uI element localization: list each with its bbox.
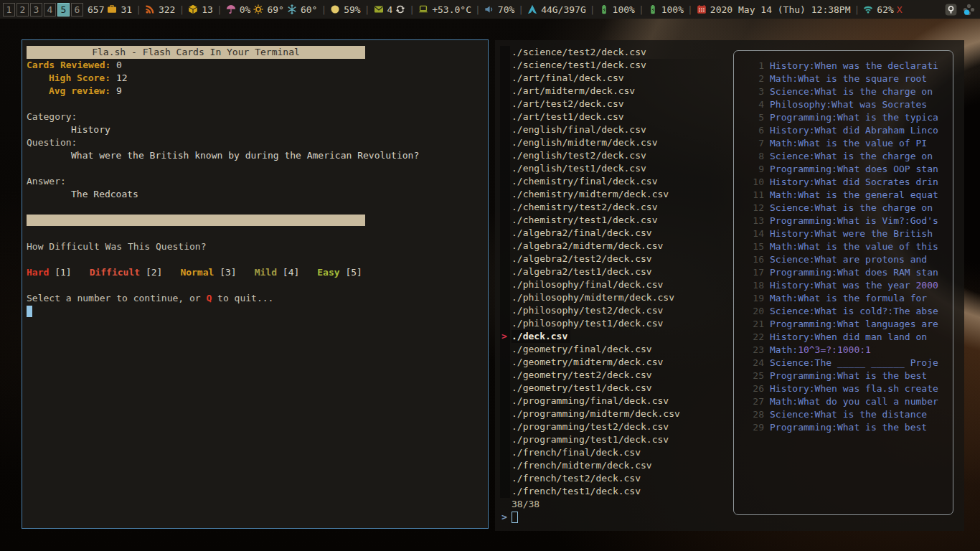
workspace-button[interactable]: 1 bbox=[3, 3, 15, 17]
file-row[interactable]: ./french/final/deck.csv bbox=[500, 446, 680, 459]
fzf-prompt[interactable]: > bbox=[500, 511, 518, 524]
file-row[interactable]: ./algebra2/final/deck.csv bbox=[500, 227, 680, 240]
file-row[interactable]: ./english/test2/deck.csv bbox=[500, 149, 680, 162]
file-row[interactable]: ./geometry/midterm/deck.csv bbox=[500, 356, 680, 369]
file-row[interactable]: ./programming/final/deck.csv bbox=[500, 395, 680, 408]
file-row[interactable]: ./geometry/test2/deck.csv bbox=[500, 369, 680, 382]
preview-line-number: 13 bbox=[738, 215, 764, 227]
file-row[interactable]: ./french/test2/deck.csv bbox=[500, 472, 680, 485]
difficulty-option[interactable]: Hard [1] bbox=[27, 266, 72, 279]
file-row[interactable]: ./art/test1/deck.csv bbox=[500, 110, 680, 123]
file-row[interactable]: ./programming/test1/deck.csv bbox=[500, 433, 680, 446]
preview-line: 26History:When was fla.sh create bbox=[738, 382, 953, 395]
workspace-switcher: 123456 bbox=[3, 3, 83, 17]
flashcard-terminal-window[interactable]: Fla.sh - Flash Cards In Your Terminal Ca… bbox=[22, 39, 489, 529]
file-row[interactable]: ./philosophy/test1/deck.csv bbox=[500, 317, 680, 330]
fzf-terminal-window[interactable]: ./science/test2/deck.csv./science/test1/… bbox=[495, 40, 964, 531]
file-row[interactable]: ./algebra2/test2/deck.csv bbox=[500, 253, 680, 265]
file-path: ./algebra2/midterm/deck.csv bbox=[512, 240, 663, 253]
difficulty-option[interactable]: Mild [4] bbox=[255, 266, 300, 279]
file-path: ./geometry/test2/deck.csv bbox=[512, 369, 652, 382]
file-row[interactable]: ./english/test1/deck.csv bbox=[500, 162, 680, 175]
preview-line-number: 26 bbox=[738, 382, 764, 395]
file-row[interactable]: ./art/midterm/deck.csv bbox=[500, 85, 680, 98]
preview-line: 21Programming:What languages are bbox=[738, 318, 953, 331]
file-row[interactable]: ./science/test2/deck.csv bbox=[500, 46, 680, 59]
file-row[interactable]: ./philosophy/midterm/deck.csv bbox=[500, 291, 680, 304]
workspace-button[interactable]: 4 bbox=[44, 3, 56, 17]
preview-line-number: 14 bbox=[738, 227, 764, 240]
stat-value: 9 bbox=[110, 85, 122, 96]
file-row[interactable]: ./french/test1/deck.csv bbox=[500, 485, 680, 498]
status-module: | bbox=[408, 4, 415, 15]
file-row[interactable]: ./french/midterm/deck.csv bbox=[500, 459, 680, 472]
file-row[interactable]: ./chemistry/final/deck.csv bbox=[500, 175, 680, 188]
file-path: ./deck.csv bbox=[512, 330, 570, 343]
status-modules: 657 31 | 322 | 13 | 0% 69° 60° bbox=[88, 4, 943, 15]
file-row[interactable]: ./philosophy/final/deck.csv bbox=[500, 278, 680, 291]
file-row[interactable]: ./science/test1/deck.csv bbox=[500, 59, 680, 72]
file-row[interactable]: ./art/test2/deck.csv bbox=[500, 98, 680, 110]
file-row[interactable]: ./programming/test2/deck.csv bbox=[500, 420, 680, 433]
status-module: | bbox=[589, 4, 596, 15]
pointer-icon bbox=[500, 201, 512, 214]
workspace-button[interactable]: 5 bbox=[57, 3, 70, 17]
preview-line: 16Science:What are protons and bbox=[738, 253, 953, 266]
workspace-button[interactable]: 3 bbox=[30, 3, 42, 17]
file-row[interactable]: ./geometry/final/deck.csv bbox=[500, 343, 680, 356]
file-row[interactable]: ./algebra2/test1/deck.csv bbox=[500, 265, 680, 278]
file-row[interactable]: ./algebra2/midterm/deck.csv bbox=[500, 240, 680, 253]
file-row[interactable]: ./programming/midterm/deck.csv bbox=[500, 408, 680, 420]
file-row[interactable]: ./english/midterm/deck.csv bbox=[500, 136, 680, 149]
progress-bar bbox=[27, 215, 365, 226]
difficulty-option-label: Normal bbox=[180, 267, 214, 278]
workspace-button[interactable]: 6 bbox=[71, 3, 83, 17]
flashcard-title-banner: Fla.sh - Flash Cards In Your Terminal bbox=[27, 46, 365, 59]
module-text: 44G/397G bbox=[541, 4, 586, 15]
preview-line: 8Science:What is the charge on bbox=[738, 150, 953, 163]
pointer-icon bbox=[500, 304, 512, 317]
arch-icon bbox=[527, 4, 537, 14]
file-row[interactable]: ./chemistry/test2/deck.csv bbox=[500, 201, 680, 214]
preview-line-text: Math:What is the value of this bbox=[770, 240, 938, 253]
keyhole-tray-icon[interactable] bbox=[943, 2, 958, 17]
spinner-tray-icon[interactable] bbox=[961, 2, 976, 17]
category-label: Category: bbox=[27, 110, 488, 123]
pointer-icon bbox=[500, 188, 512, 201]
preview-line: 11Math:What is the general equat bbox=[738, 189, 953, 202]
file-row[interactable]: ./art/final/deck.csv bbox=[500, 72, 680, 85]
preview-line-text: History:What were the British bbox=[770, 227, 933, 240]
file-row[interactable]: >./deck.csv bbox=[500, 330, 680, 343]
preview-line: 17Programming:What does RAM stan bbox=[738, 266, 953, 279]
status-module: 100% bbox=[599, 4, 635, 15]
file-path: ./english/final/deck.csv bbox=[512, 123, 646, 136]
module-text: | bbox=[408, 4, 415, 15]
file-row[interactable]: ./chemistry/test1/deck.csv bbox=[500, 214, 680, 227]
battery-icon bbox=[599, 4, 609, 14]
pointer-icon bbox=[500, 214, 512, 227]
file-path: ./french/final/deck.csv bbox=[512, 446, 641, 459]
preview-line-text: Programming:What is Vim?:God's bbox=[770, 215, 938, 227]
workspace-button[interactable]: 2 bbox=[17, 3, 29, 17]
briefcase-icon bbox=[107, 4, 117, 14]
difficulty-option-label: Difficult bbox=[90, 267, 140, 278]
file-path: ./geometry/final/deck.csv bbox=[512, 343, 652, 356]
difficulty-option[interactable]: Difficult [2] bbox=[90, 266, 163, 279]
file-row[interactable]: ./geometry/test1/deck.csv bbox=[500, 382, 680, 395]
preview-line: 23Math:10^3=?:1000:1 bbox=[738, 344, 953, 357]
file-row[interactable]: ./chemistry/midterm/deck.csv bbox=[500, 188, 680, 201]
stat-value: 0 bbox=[110, 60, 122, 70]
preview-line-text: Math:What is the value of PI bbox=[770, 137, 927, 150]
difficulty-option-key: [4] bbox=[283, 267, 299, 278]
difficulty-option[interactable]: Easy [5] bbox=[317, 266, 362, 279]
pointer-icon bbox=[500, 420, 512, 433]
file-row[interactable]: ./philosophy/test2/deck.csv bbox=[500, 304, 680, 317]
status-module: 4 bbox=[374, 4, 393, 15]
pointer-icon bbox=[500, 175, 512, 188]
preview-line-text: Science:What is cold?:The abse bbox=[770, 305, 938, 318]
preview-line-text: Science:What is the charge on bbox=[770, 150, 933, 163]
difficulty-option[interactable]: Normal [3] bbox=[180, 266, 236, 279]
status-module: 2020 May 14 (Thu) 12:38PM bbox=[697, 4, 851, 15]
module-text: | bbox=[854, 4, 861, 15]
file-row[interactable]: ./english/final/deck.csv bbox=[500, 123, 680, 136]
